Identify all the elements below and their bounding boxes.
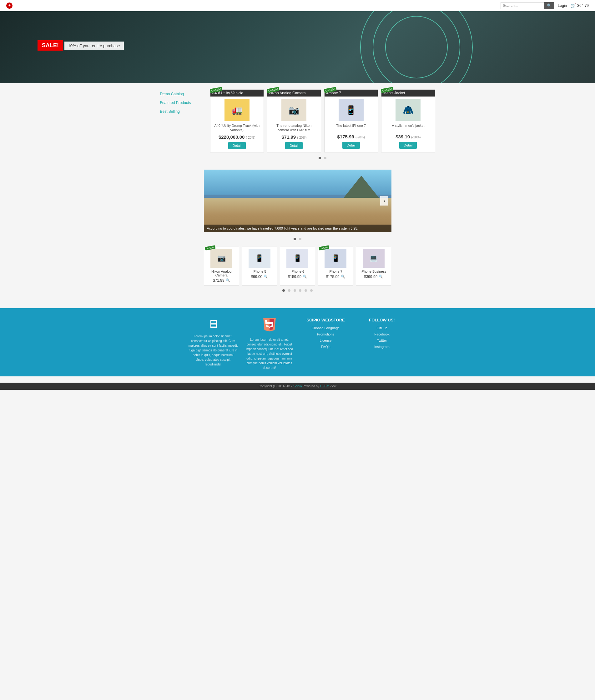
dot-2[interactable] [324, 157, 327, 159]
footer-link-twitter[interactable]: Twitter [357, 339, 407, 342]
bs-price-iphone7-bs: $175.99 🔍 [320, 275, 350, 279]
footer: 🖥 Lorem ipsum dolor sit amet, consectetu… [0, 308, 595, 376]
search-button[interactable]: 🔍 [544, 2, 554, 9]
powered-by-text: Powered by [303, 385, 319, 388]
bs-search-icon-iphone6[interactable]: 🔍 [303, 275, 307, 279]
bs-dot-6[interactable] [310, 289, 313, 292]
powered-link[interactable]: OFBiz [320, 385, 329, 388]
sidebar: Demo Catalog Featured Products Best Sell… [160, 89, 204, 163]
bs-dot-2[interactable] [288, 289, 290, 292]
sidebar-item-demo-catalog[interactable]: Demo Catalog [160, 92, 204, 96]
detail-button-iphone7[interactable]: Detail [342, 142, 360, 149]
product-image-truck: 🚛 [225, 99, 250, 121]
truck-emoji: 🚛 [225, 99, 250, 121]
footer-link-license[interactable]: License [301, 339, 351, 342]
bs-dot-4[interactable] [299, 289, 302, 292]
detail-button-truck[interactable]: Detail [228, 142, 246, 149]
footer-monitor-section: 🖥 Lorem ipsum dolor sit amet, consectetu… [188, 318, 238, 370]
bs-iphone7-emoji: 📱 [332, 254, 340, 263]
pagination-dots-banner [160, 237, 435, 241]
footer-link-faqs[interactable]: FAQ's [301, 345, 351, 348]
footer-store-section: SCIPIO WEBSTORE Choose Language Promotio… [301, 318, 351, 370]
site-logo[interactable]: ✦ [6, 2, 12, 9]
footer-grid: 🖥 Lorem ipsum dolor sit amet, consectetu… [188, 318, 407, 370]
footer-text-2: Lorem ipsum dolor sit amet, consectetur … [245, 337, 294, 370]
bs-search-icon-iphone5[interactable]: 🔍 [263, 275, 268, 279]
product-image-iphone7: 📱 [339, 99, 364, 121]
footer-copyright: Copyright (c) 2014-2017 Scipio Powered b… [0, 383, 595, 390]
bs-search-icon-iphone7[interactable]: 🔍 [341, 275, 345, 279]
bs-card-iphone7-bs: On Sale! 📱 iPhone 7 $175.99 🔍 [318, 246, 353, 285]
copyright-text: Copyright (c) 2014-2017 [259, 385, 292, 388]
footer-link-facebook[interactable]: Facebook [357, 332, 407, 336]
bs-name-iphone7-bs: iPhone 7 [320, 270, 350, 273]
content-row: Demo Catalog Featured Products Best Sell… [160, 89, 435, 163]
footer-link-language[interactable]: Choose Language [301, 326, 351, 330]
bs-dot-3[interactable] [293, 289, 296, 292]
camera-emoji: 📷 [281, 99, 306, 121]
bs-iphone-business-emoji: 💻 [369, 254, 378, 263]
bs-name-iphone-business: iPhone Business [359, 270, 389, 273]
cart-icon: 🛒 [571, 3, 576, 8]
banner-next-arrow[interactable]: › [380, 196, 388, 206]
footer-link-promotions[interactable]: Promotions [301, 332, 351, 336]
search-box: 🔍 [501, 2, 554, 9]
view-text: View [330, 385, 336, 388]
footer-html5-section: Lorem ipsum dolor sit amet, consectetur … [245, 318, 294, 370]
product-price-jacket: $39.19 (-20%) [385, 134, 432, 139]
banner-dot-1[interactable] [293, 238, 296, 240]
hero-banner: SALE! 10% off your entire purchase [0, 11, 595, 83]
detail-button-camera[interactable]: Detail [285, 142, 303, 149]
bs-card-camera: On Sale! 📷 Nikon Analog Camera $71.99 🔍 [204, 246, 239, 285]
product-card-truck: On Sale! A40f Utility Vehicle 🚛 A40f Uti… [210, 89, 264, 152]
product-price-iphone7: $175.99 (-20%) [328, 134, 375, 139]
discount-truck: (-20%) [246, 136, 255, 139]
footer-follow-title: FOLLOW US! [357, 318, 407, 322]
footer-link-github[interactable]: GitHub [357, 326, 407, 330]
dot-1[interactable] [319, 157, 321, 159]
bs-image-camera: 📷 [210, 249, 232, 268]
bs-name-camera: Nikon Analog Camera [207, 270, 237, 277]
main-container: Demo Catalog Featured Products Best Sell… [157, 83, 438, 302]
product-image-camera: 📷 [281, 99, 306, 121]
product-card-iphone7: On Sale! iPhone 7 📱 The latest iPhone 7 … [324, 89, 378, 152]
bs-iphone5-emoji: 📱 [255, 254, 263, 263]
footer-follow-section: FOLLOW US! GitHub Facebook Twitter Insta… [357, 318, 407, 370]
product-card-header-camera: On Sale! Nikon Analog Camera [267, 90, 321, 96]
hero-content: SALE! 10% off your entire purchase [0, 28, 161, 67]
product-card-header-iphone7: On Sale! iPhone 7 [324, 90, 378, 96]
pagination-dots-best-selling [160, 288, 435, 293]
product-desc-camera: The retro analog Nikon camera with FM2 f… [271, 123, 318, 132]
sidebar-item-best-selling[interactable]: Best Selling [160, 109, 204, 114]
detail-button-jacket[interactable]: Detail [399, 142, 417, 149]
product-price-truck: $220,000.00 (-20%) [214, 134, 261, 140]
login-link[interactable]: Login [558, 3, 567, 8]
header-right: 🔍 Login 🛒 $64.79 [501, 2, 589, 9]
cart-button[interactable]: 🛒 $64.79 [571, 3, 589, 8]
bs-dot-1[interactable] [282, 289, 285, 292]
search-input[interactable] [501, 2, 544, 9]
footer-link-instagram[interactable]: Instagram [357, 345, 407, 348]
product-price-camera: $71.99 (-20%) [271, 134, 318, 140]
product-desc-iphone7: The latest iPhone 7 [328, 123, 375, 132]
bs-image-iphone-business: 💻 [363, 249, 385, 268]
html5-icon [245, 318, 294, 334]
bs-price-camera: $71.99 🔍 [207, 278, 237, 283]
banner-dot-2[interactable] [299, 238, 302, 240]
jacket-emoji: 🧥 [396, 99, 421, 121]
discount-camera: (-20%) [297, 136, 306, 139]
products-grid: On Sale! A40f Utility Vehicle 🚛 A40f Uti… [210, 89, 435, 152]
product-card-header-truck: On Sale! A40f Utility Vehicle [210, 90, 264, 96]
bs-search-icon-camera[interactable]: 🔍 [226, 278, 230, 282]
discount-iphone7: (-20%) [356, 135, 365, 139]
copyright-link[interactable]: Scipio [293, 385, 302, 388]
bs-image-iphone5: 📱 [249, 249, 271, 268]
sidebar-item-featured[interactable]: Featured Products [160, 100, 204, 105]
product-card-jacket: On Sale! Men's Jacket 🧥 A stylish men's … [381, 89, 435, 152]
bs-dot-5[interactable] [305, 289, 307, 292]
bs-search-icon-iphone-business[interactable]: 🔍 [379, 275, 383, 279]
product-card-header-jacket: On Sale! Men's Jacket [381, 90, 435, 96]
bs-iphone6-emoji: 📱 [293, 254, 302, 263]
featured-products-area: On Sale! A40f Utility Vehicle 🚛 A40f Uti… [210, 89, 435, 163]
footer-store-title: SCIPIO WEBSTORE [301, 318, 351, 322]
